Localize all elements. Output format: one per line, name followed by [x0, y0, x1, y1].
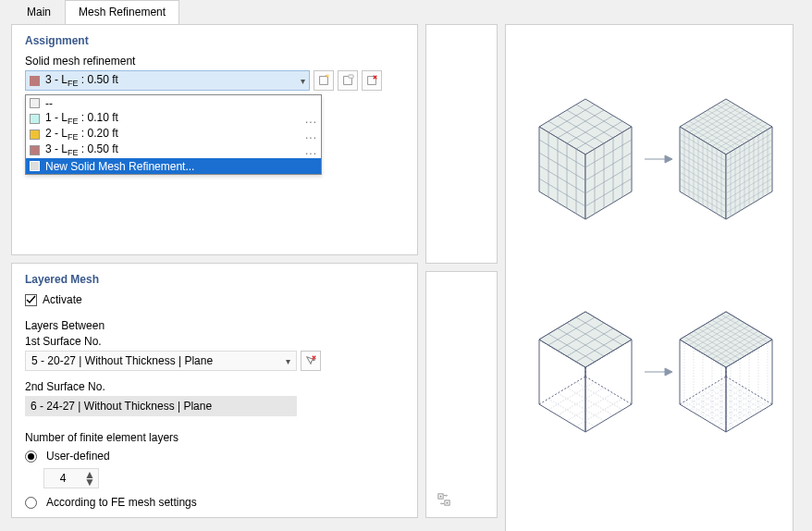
according-radio[interactable]: According to FE mesh settings — [25, 496, 404, 509]
tab-mesh-refinement[interactable]: Mesh Refinement — [65, 0, 179, 24]
refinement-option-1[interactable]: 1 - LFE : 0.10 ft ... — [26, 111, 321, 127]
svg-line-112 — [548, 382, 595, 410]
layers-spinner[interactable]: 4 ▲▼ — [43, 468, 99, 488]
solid-mesh-refinement-select[interactable]: 3 - LFE : 0.50 ft ▾ — [25, 70, 310, 91]
second-surface-label: 2nd Surface No. — [25, 380, 404, 393]
svg-line-108 — [548, 399, 595, 426]
refinement-option-new[interactable]: New Solid Mesh Refinement... — [26, 158, 321, 174]
refinement-dropdown[interactable]: -- 1 - LFE : 0.10 ft ... 2 - LFE : 0.20 … — [25, 94, 322, 175]
second-surface-field: 6 - 24-27 | Without Thickness | Plane — [25, 396, 297, 416]
num-layers-label: Number of finite element layers — [25, 431, 404, 444]
activate-checkbox[interactable]: Activate — [25, 293, 404, 306]
svg-line-162 — [684, 379, 731, 407]
refinement-option-none[interactable]: -- — [26, 95, 321, 111]
assignment-title: Assignment — [25, 34, 404, 47]
svg-line-159 — [712, 385, 758, 413]
user-defined-radio[interactable]: User-defined — [25, 450, 404, 463]
svg-line-153 — [684, 401, 731, 429]
tab-main[interactable]: Main — [13, 0, 65, 24]
svg-rect-3 — [349, 75, 353, 79]
svg-line-168 — [712, 396, 758, 424]
svg-line-96 — [539, 377, 585, 404]
svg-line-113 — [558, 388, 604, 415]
svg-line-115 — [576, 399, 622, 426]
edit-item-button[interactable] — [338, 70, 358, 91]
toggle-refinement-icon[interactable] — [434, 489, 454, 510]
svg-line-114 — [567, 393, 613, 421]
svg-marker-117 — [665, 368, 672, 376]
chevron-down-icon: ▾ — [301, 76, 305, 86]
assignment-panel: Assignment Solid mesh refinement 3 - LFE… — [11, 24, 418, 255]
first-surface-label: 1st Surface No. — [25, 335, 404, 348]
layered-title: Layered Mesh — [25, 273, 404, 286]
svg-line-110 — [567, 388, 613, 415]
delete-item-button[interactable] — [362, 70, 382, 91]
selected-swatch — [30, 76, 40, 86]
refinement-option-2[interactable]: 2 - LFE : 0.20 ft ... — [26, 127, 321, 142]
side-panel-2 — [425, 271, 498, 518]
svg-marker-35 — [665, 155, 672, 163]
first-surface-select[interactable]: 5 - 20-27 | Without Thickness | Plane ▾ — [25, 351, 297, 371]
layered-mesh-panel: Layered Mesh Activate Layers Between 1st… — [11, 263, 418, 518]
refinement-option-3[interactable]: 3 - LFE : 0.50 ft ... — [26, 142, 321, 158]
activate-label: Activate — [43, 293, 82, 306]
solid-mesh-refinement-label: Solid mesh refinement — [25, 55, 404, 68]
svg-marker-99 — [539, 312, 632, 367]
svg-line-111 — [576, 382, 622, 410]
layers-between-label: Layers Between — [25, 319, 404, 332]
side-panel-1 — [425, 24, 498, 264]
svg-line-109 — [558, 393, 604, 421]
svg-line-155 — [694, 396, 740, 424]
preview-illustration — [506, 25, 794, 531]
svg-line-164 — [694, 385, 740, 413]
preview-panel — [505, 24, 794, 531]
selected-text: 3 - LFE : 0.50 ft — [45, 73, 301, 88]
pick-surface-button[interactable] — [301, 351, 321, 371]
svg-rect-0 — [320, 77, 328, 85]
new-item-button[interactable] — [314, 70, 334, 91]
svg-point-1 — [326, 74, 329, 77]
svg-line-97 — [585, 377, 632, 404]
